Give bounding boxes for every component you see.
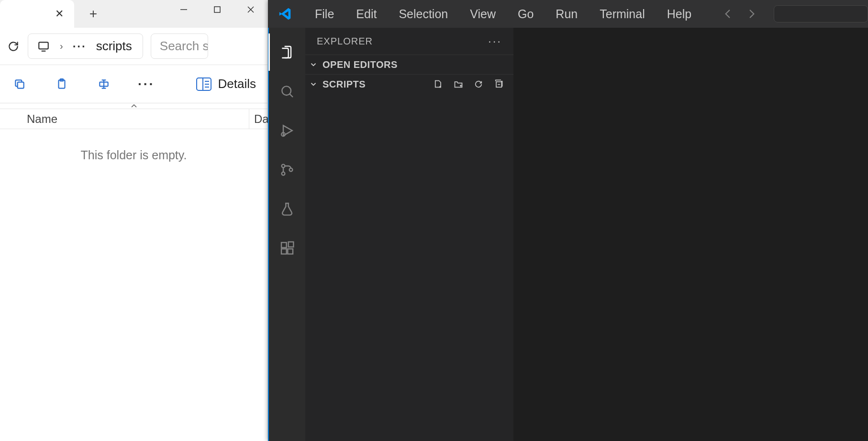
folder-section-actions [431, 77, 510, 91]
new-file-icon[interactable] [431, 77, 445, 91]
empty-folder-message: This folder is empty. [0, 129, 267, 162]
svg-line-16 [289, 94, 293, 97]
svg-rect-23 [288, 249, 293, 254]
vscode-sidebar: EXPLORER ··· OPEN EDITORS SCRIPTS [305, 28, 514, 441]
activity-search-icon[interactable] [268, 73, 306, 110]
breadcrumb[interactable]: › ··· scripts [28, 33, 143, 59]
vscode-activitybar [268, 28, 305, 441]
command-center-search[interactable] [774, 5, 868, 22]
file-explorer-actionbar: ··· Details [0, 65, 267, 103]
close-tab-icon[interactable]: ✕ [55, 8, 64, 20]
vscode-editor-area [514, 28, 868, 441]
file-explorer-toolbar: › ··· scripts Search scri [0, 28, 267, 65]
refresh-explorer-icon[interactable] [471, 77, 486, 91]
breadcrumb-ellipsis[interactable]: ··· [73, 40, 87, 53]
menu-view[interactable]: View [460, 4, 505, 24]
new-folder-icon[interactable] [451, 77, 466, 91]
sidebar-more-button[interactable]: ··· [488, 34, 502, 48]
column-headers: Name Da [0, 109, 267, 129]
svg-rect-6 [18, 82, 24, 88]
svg-point-18 [282, 165, 285, 168]
collapse-ribbon-button[interactable] [0, 103, 267, 109]
chevron-down-icon [309, 60, 319, 69]
menu-selection[interactable]: Selection [389, 4, 457, 24]
folder-section-header[interactable]: SCRIPTS [305, 75, 513, 94]
column-name-header[interactable]: Name [0, 112, 249, 126]
svg-point-15 [282, 86, 291, 95]
paste-icon[interactable] [54, 76, 70, 92]
vscode-logo-icon [277, 5, 294, 22]
close-window-button[interactable] [234, 0, 267, 19]
menu-file[interactable]: File [305, 4, 344, 24]
sidebar-title-row: EXPLORER ··· [305, 28, 513, 55]
nav-forward-button[interactable] [742, 4, 761, 23]
chevron-down-icon [309, 80, 319, 88]
activity-testing-icon[interactable] [268, 190, 306, 228]
open-editors-section: OPEN EDITORS [305, 55, 513, 74]
collapse-all-icon[interactable] [491, 77, 506, 91]
vscode-titlebar: File Edit Selection View Go Run Terminal… [268, 0, 868, 28]
details-view-toggle[interactable]: Details [196, 77, 256, 91]
file-explorer-tab[interactable]: ✕ [0, 0, 74, 28]
search-input[interactable]: Search scri [151, 33, 208, 59]
menu-help[interactable]: Help [657, 4, 701, 24]
menu-edit[interactable]: Edit [346, 4, 386, 24]
refresh-button[interactable] [7, 40, 20, 53]
sidebar-title: EXPLORER [317, 36, 373, 47]
svg-rect-22 [281, 249, 287, 254]
activity-run-debug-icon[interactable] [268, 112, 306, 149]
svg-rect-21 [281, 243, 287, 248]
more-actions-button[interactable]: ··· [138, 77, 155, 92]
current-folder-name[interactable]: scripts [96, 39, 132, 54]
svg-point-19 [282, 172, 285, 176]
activity-explorer-icon[interactable] [268, 33, 306, 71]
chevron-right-icon: › [60, 41, 63, 52]
details-icon [196, 77, 211, 91]
folder-section: SCRIPTS [305, 74, 513, 94]
column-date-header[interactable]: Da [249, 109, 268, 129]
menu-run[interactable]: Run [546, 4, 587, 24]
nav-arrows [718, 4, 761, 23]
minimize-button[interactable] [167, 0, 200, 19]
rename-icon[interactable] [96, 76, 112, 92]
svg-rect-1 [214, 7, 220, 12]
menu-go[interactable]: Go [508, 4, 543, 24]
details-label: Details [218, 77, 256, 91]
vscode-window: File Edit Selection View Go Run Terminal… [268, 0, 868, 441]
copy-icon[interactable] [11, 76, 28, 92]
svg-rect-24 [289, 242, 294, 247]
window-controls [167, 0, 267, 19]
file-explorer-titlebar: ✕ + [0, 0, 267, 28]
menu-terminal[interactable]: Terminal [590, 4, 654, 24]
svg-rect-4 [39, 42, 48, 49]
file-explorer-window: ✕ + › ··· scripts Search scri [0, 0, 268, 441]
maximize-button[interactable] [200, 0, 234, 19]
activity-source-control-icon[interactable] [268, 151, 306, 188]
open-editors-header[interactable]: OPEN EDITORS [305, 55, 513, 74]
svg-point-20 [289, 168, 293, 172]
this-pc-icon [37, 40, 50, 53]
activity-extensions-icon[interactable] [268, 230, 306, 267]
new-tab-button[interactable]: + [84, 0, 103, 28]
open-editors-label: OPEN EDITORS [323, 59, 398, 70]
folder-label: SCRIPTS [323, 79, 366, 90]
nav-back-button[interactable] [718, 4, 737, 23]
